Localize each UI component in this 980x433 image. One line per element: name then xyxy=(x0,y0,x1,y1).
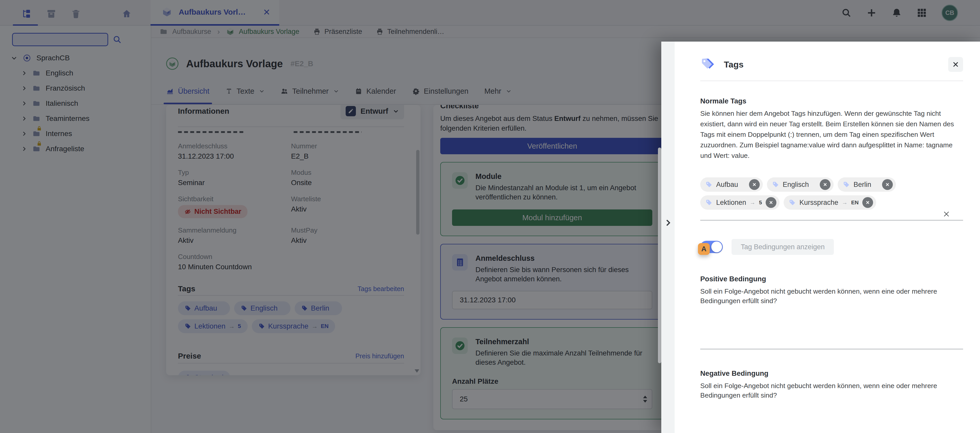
negative-condition-heading: Negative Bedingung xyxy=(700,369,963,377)
tag-chip: Kurssprache→EN xyxy=(784,195,876,210)
tags-panel: Tags Normale Tags Sie können hier dem An… xyxy=(661,42,980,433)
negative-condition-question: Soll ein Folge-Angebot nicht gebucht wer… xyxy=(700,381,963,400)
section-description: Sie können hier dem Angebot Tags hinzufü… xyxy=(700,108,963,161)
tag-icon xyxy=(772,181,779,188)
toggle-label: Tag Bedingungen anzeigen xyxy=(732,239,834,255)
chip-label: Englisch xyxy=(783,181,809,189)
tags-icon xyxy=(700,57,715,72)
divider xyxy=(700,81,963,81)
positive-condition-question: Soll ein Folge-Angebot nicht gebucht wer… xyxy=(700,287,963,306)
tag-chip-list: Aufbau Englisch Berlin Lektionen→5 Kurss… xyxy=(700,177,963,210)
panel-title: Tags xyxy=(724,59,940,70)
remove-tag-button[interactable] xyxy=(882,179,893,190)
close-panel-button[interactable] xyxy=(948,57,963,72)
tag-chip: Englisch xyxy=(767,177,834,192)
arrow: → xyxy=(750,199,756,206)
panel-collapse-rail xyxy=(661,42,675,433)
annotation-badge-a: A xyxy=(698,243,710,255)
clear-input-icon[interactable] xyxy=(943,210,950,218)
tag-chip: Aufbau xyxy=(700,177,763,192)
app-window: Aufbaukurs Vorl… CB Aufbaukurse xyxy=(0,0,980,433)
chip-label: Berlin xyxy=(854,181,871,189)
remove-tag-button[interactable] xyxy=(862,197,873,208)
remove-tag-button[interactable] xyxy=(766,197,776,208)
tag-chip: Berlin xyxy=(838,177,896,192)
tag-icon xyxy=(789,199,796,206)
positive-condition-heading: Positive Bedingung xyxy=(700,275,963,283)
tag-chip: Lektionen→5 xyxy=(700,195,780,210)
arrow: → xyxy=(842,199,848,206)
tag-input-underline[interactable] xyxy=(700,210,963,220)
chip-label: Kurssprache xyxy=(800,199,838,207)
page-scrollbar-thumb[interactable] xyxy=(658,148,661,363)
remove-tag-button[interactable] xyxy=(749,179,760,190)
remove-tag-button[interactable] xyxy=(820,179,830,190)
chip-label: Lektionen xyxy=(716,199,746,207)
panel-body: Tags Normale Tags Sie können hier dem An… xyxy=(675,42,980,433)
tag-icon xyxy=(843,181,850,188)
chip-value: 5 xyxy=(759,200,762,206)
positive-condition-underline[interactable] xyxy=(700,339,963,349)
tag-icon xyxy=(705,199,713,206)
chip-label: Aufbau xyxy=(716,181,738,189)
tag-icon xyxy=(705,181,713,188)
section-heading: Normale Tags xyxy=(700,97,963,105)
chip-value: EN xyxy=(851,200,859,206)
collapse-panel-chevron-icon[interactable] xyxy=(663,218,673,227)
